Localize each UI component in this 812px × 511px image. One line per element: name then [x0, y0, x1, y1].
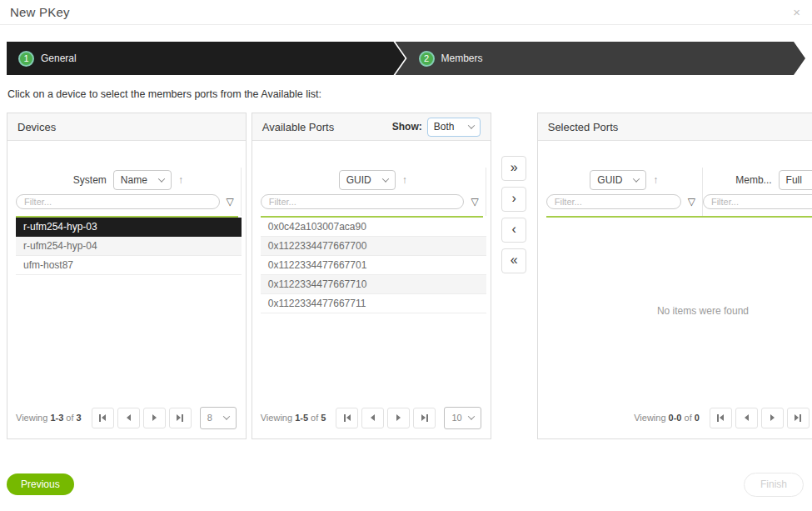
available-panel-body: GUID ↑ ▽ 0x0c42a103007aca90 — [252, 141, 491, 438]
sort-ascending-icon[interactable]: ↑ — [653, 174, 658, 186]
first-page-button[interactable] — [336, 408, 358, 428]
available-panel-header: Available Ports Show: Both — [252, 113, 491, 141]
next-page-button[interactable] — [761, 408, 784, 428]
instruction-text: Click on a device to select the members … — [7, 88, 805, 100]
previous-page-icon — [127, 414, 131, 421]
show-filter-group: Show: Both — [392, 118, 481, 137]
chevron-down-icon — [158, 175, 165, 182]
chevron-down-icon — [222, 413, 229, 419]
previous-page-icon — [745, 414, 749, 421]
sort-ascending-icon[interactable]: ↑ — [402, 174, 407, 186]
device-row[interactable]: r-ufm254-hyp-03 — [16, 218, 242, 237]
filter-funnel-icon[interactable]: ▽ — [471, 196, 478, 208]
show-label: Show: — [392, 121, 422, 133]
membership-column-label: Memb... — [735, 174, 771, 186]
last-page-icon — [177, 414, 181, 421]
last-page-icon — [795, 414, 799, 421]
selected-viewing-text: Viewing 0-0 of 0 — [634, 413, 700, 423]
first-page-button[interactable] — [92, 408, 114, 428]
chevron-down-icon — [467, 413, 474, 419]
next-page-icon — [770, 414, 775, 421]
wizard-steps: 1 General 2 Members — [7, 42, 805, 75]
last-page-icon — [421, 414, 426, 421]
selected-panel-title: Selected Ports — [548, 121, 619, 133]
next-page-button[interactable] — [143, 408, 166, 428]
move-right-button[interactable]: › — [501, 187, 526, 212]
membership-select[interactable]: Full — [779, 170, 812, 190]
available-filter-input[interactable] — [261, 194, 465, 209]
first-page-icon — [99, 414, 101, 422]
available-filter-row: ▽ — [261, 193, 486, 216]
close-icon[interactable]: × — [793, 6, 800, 18]
previous-page-button[interactable] — [117, 408, 140, 428]
selected-guid-filter-input[interactable] — [546, 194, 681, 209]
devices-panel: Devices System Name ↑ — [7, 113, 247, 439]
available-viewing-text: Viewing 1-5 of 5 — [261, 413, 326, 423]
panels-row: Devices System Name ↑ — [7, 113, 805, 439]
devices-panel-body: System Name ↑ ▽ — [7, 141, 246, 438]
chevron-down-icon — [467, 122, 474, 128]
last-page-button[interactable] — [169, 408, 192, 428]
available-ports-list: 0x0c42a103007aca90 0x1122334477667700 0x… — [261, 218, 486, 313]
devices-page-size-select[interactable]: 8 — [200, 407, 237, 429]
available-sort-field-select[interactable]: GUID — [339, 170, 396, 190]
dialog-footer: Previous Finish — [0, 464, 812, 511]
devices-filter-input[interactable] — [16, 194, 220, 209]
devices-filter-row: ▽ — [16, 193, 241, 216]
last-page-button[interactable] — [787, 408, 810, 428]
previous-page-button[interactable] — [361, 408, 384, 428]
move-left-button[interactable]: ‹ — [501, 218, 526, 243]
available-panel-title: Available Ports — [262, 121, 334, 133]
available-pagination: Viewing 1-5 of 5 10 — [261, 403, 486, 438]
device-row[interactable]: ufm-host87 — [16, 256, 242, 275]
available-page-size-select[interactable]: 10 — [444, 407, 481, 429]
chevron-down-icon — [633, 175, 640, 182]
port-row[interactable]: 0x1122334477667701 — [261, 256, 486, 275]
selected-panel-header: Selected Ports — [538, 113, 812, 141]
wizard-step-members[interactable]: 2 Members — [396, 42, 806, 75]
available-column-header: GUID ↑ — [261, 168, 486, 193]
move-all-right-icon: » — [511, 160, 518, 175]
port-row[interactable]: 0x1122334477667700 — [261, 237, 486, 256]
devices-pagination: Viewing 1-3 of 3 8 — [16, 403, 242, 438]
transfer-buttons: » › ‹ « — [491, 113, 537, 439]
sort-ascending-icon[interactable]: ↑ — [178, 174, 183, 186]
selected-ports-panel: Selected Ports GUID ↑ — [537, 113, 812, 439]
wizard-step-general[interactable]: 1 General — [7, 42, 406, 75]
selected-membership-filter-input[interactable] — [703, 194, 812, 209]
dialog-title: New PKey — [10, 5, 70, 19]
finish-button[interactable]: Finish — [744, 473, 804, 497]
move-right-icon: › — [512, 191, 516, 206]
move-all-left-button[interactable]: « — [501, 248, 526, 273]
devices-list: r-ufm254-hyp-03 r-ufm254-hyp-04 ufm-host… — [16, 218, 242, 275]
filter-funnel-icon[interactable]: ▽ — [227, 196, 234, 208]
next-page-icon — [396, 414, 401, 421]
step-1-label: General — [41, 53, 77, 64]
move-all-left-icon: « — [511, 253, 518, 268]
move-all-right-button[interactable]: » — [501, 156, 526, 181]
port-row[interactable]: 0x0c42a103007aca90 — [261, 218, 486, 237]
devices-column-header: System Name ↑ — [16, 168, 241, 193]
next-page-icon — [152, 414, 157, 421]
selected-membership-filter-row: ▽ — [703, 193, 812, 216]
port-row[interactable]: 0x1122334477667711 — [261, 294, 486, 313]
previous-page-button[interactable] — [735, 408, 758, 428]
new-pkey-dialog: New PKey × 1 General 2 Members Click on … — [0, 0, 812, 511]
available-ports-panel: Available Ports Show: Both GUID — [252, 113, 491, 439]
device-row[interactable]: r-ufm254-hyp-04 — [16, 237, 242, 256]
step-2-badge: 2 — [419, 51, 435, 67]
step-1-badge: 1 — [18, 51, 34, 67]
port-row[interactable]: 0x1122334477667710 — [261, 275, 486, 294]
empty-state-message: No items were found — [546, 218, 812, 403]
first-page-button[interactable] — [710, 408, 732, 428]
dialog-header: New PKey × — [0, 0, 812, 25]
selected-panel-body: GUID ↑ ▽ Memb — [538, 141, 812, 438]
show-both-select[interactable]: Both — [427, 118, 481, 137]
devices-sort-field-select[interactable]: Name — [113, 170, 172, 190]
selected-sort-field-select[interactable]: GUID — [590, 170, 646, 190]
filter-funnel-icon[interactable]: ▽ — [688, 196, 695, 208]
chevron-down-icon — [381, 175, 388, 182]
previous-button[interactable]: Previous — [7, 473, 74, 495]
last-page-button[interactable] — [413, 408, 436, 428]
next-page-button[interactable] — [387, 408, 410, 428]
